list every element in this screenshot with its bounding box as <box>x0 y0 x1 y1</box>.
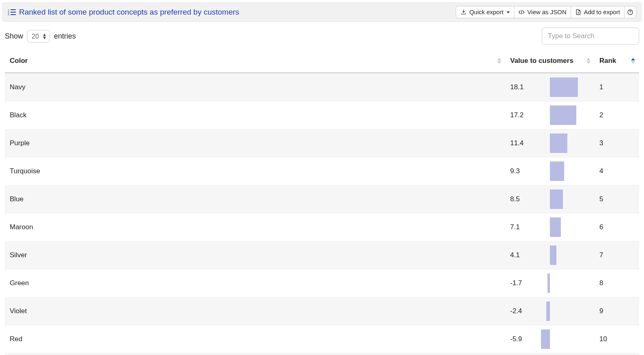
table-row: Maroon7.16 <box>5 213 639 241</box>
cell-rank: 9 <box>595 297 639 325</box>
value-bar <box>547 273 550 293</box>
cell-color: Navy <box>5 73 505 101</box>
value-bar <box>550 161 564 181</box>
cell-rank: 2 <box>595 101 639 129</box>
cell-color: Red <box>5 325 505 353</box>
cell-value-text: 18.1 <box>510 83 524 91</box>
cell-color: Black <box>5 101 505 129</box>
view-json-label: View as JSON <box>527 8 566 16</box>
column-header-rank[interactable]: Rank <box>595 49 639 73</box>
cell-rank: 1 <box>595 73 639 101</box>
cell-value-text: 4.1 <box>510 251 520 259</box>
cell-value-text: 7.1 <box>510 223 520 231</box>
cell-value-text: 11.4 <box>510 139 524 147</box>
quick-export-button[interactable]: Quick export <box>456 6 514 18</box>
page-title: Ranked list of some product concepts as … <box>19 8 239 17</box>
sort-icon <box>497 58 501 64</box>
cell-rank: 5 <box>595 185 639 213</box>
table-row: Black17.22 <box>5 101 639 129</box>
cell-rank: 7 <box>595 241 639 269</box>
ranked-list-icon: 1 2 3 <box>8 9 16 16</box>
table-row: Silver4.17 <box>5 241 639 269</box>
help-button[interactable] <box>624 6 636 18</box>
column-header-color-label: Color <box>10 57 28 65</box>
cell-color: Violet <box>5 297 505 325</box>
view-json-button[interactable]: View as JSON <box>514 6 571 18</box>
show-label-pre: Show <box>5 32 23 41</box>
table-row: Navy18.11 <box>5 73 639 101</box>
value-bar <box>550 77 578 97</box>
add-file-icon <box>575 9 582 15</box>
table-row: White-8.611 <box>5 353 639 355</box>
add-export-label: Add to export <box>584 8 620 16</box>
cell-value: 11.4 <box>505 129 595 157</box>
value-bar <box>546 301 550 321</box>
table-controls: Show 20 ▲▼ entries <box>0 22 644 48</box>
table-row: Purple11.43 <box>5 129 639 157</box>
data-table: Color Value to customers Rank Navy18.11B… <box>5 49 639 355</box>
cell-value: 7.1 <box>505 213 595 241</box>
cell-value-text: 17.2 <box>510 111 524 119</box>
cell-value: 17.2 <box>505 101 595 129</box>
cell-rank: 10 <box>595 325 639 353</box>
cell-value: -5.9 <box>505 325 595 353</box>
value-bar <box>550 189 563 209</box>
show-label-post: entries <box>54 32 76 41</box>
entries-select[interactable]: 20 <box>27 30 50 43</box>
quick-export-label: Quick export <box>469 8 503 16</box>
value-bar <box>550 105 576 125</box>
cell-color: Silver <box>5 241 505 269</box>
table-row: Violet-2.49 <box>5 297 639 325</box>
cell-rank: 4 <box>595 157 639 185</box>
value-bar <box>550 133 567 153</box>
cell-value-text: 9.3 <box>510 167 520 175</box>
cell-value: -1.7 <box>505 269 595 297</box>
header-bar: 1 2 3 Ranked list of some product concep… <box>2 2 642 22</box>
cell-color: Green <box>5 269 505 297</box>
table-row: Turquoise9.34 <box>5 157 639 185</box>
table-row: Red-5.910 <box>5 325 639 353</box>
cell-value: 4.1 <box>505 241 595 269</box>
cell-value-text: 8.5 <box>510 195 520 203</box>
svg-point-7 <box>630 13 630 14</box>
cell-color: Blue <box>5 185 505 213</box>
cell-color: Turquoise <box>5 157 505 185</box>
cell-color: Purple <box>5 129 505 157</box>
page-title-link[interactable]: 1 2 3 Ranked list of some product concep… <box>8 8 239 17</box>
cell-rank: 11 <box>595 353 639 355</box>
sort-icon <box>586 58 590 64</box>
value-bar <box>550 245 556 265</box>
column-header-color[interactable]: Color <box>5 49 505 73</box>
header-actions: Quick export View as JSON Add to export <box>456 6 636 18</box>
table-row: Green-1.78 <box>5 269 639 297</box>
cell-rank: 8 <box>595 269 639 297</box>
table-row: Blue8.55 <box>5 185 639 213</box>
svg-text:3: 3 <box>8 14 9 16</box>
cell-value: 8.5 <box>505 185 595 213</box>
cell-value-text: -1.7 <box>510 279 522 287</box>
sort-icon <box>631 58 635 64</box>
search-input[interactable] <box>542 28 639 45</box>
download-icon <box>460 9 467 15</box>
cell-color: Maroon <box>5 213 505 241</box>
cell-color: White <box>5 353 505 355</box>
add-export-button[interactable]: Add to export <box>571 6 625 18</box>
value-bar <box>550 217 561 237</box>
code-icon <box>518 9 525 15</box>
value-bar <box>541 329 550 349</box>
chevron-down-icon <box>507 11 510 13</box>
cell-rank: 3 <box>595 129 639 157</box>
cell-value: 9.3 <box>505 157 595 185</box>
cell-value-text: -5.9 <box>510 335 522 343</box>
column-header-value-label: Value to customers <box>510 57 573 65</box>
cell-rank: 6 <box>595 213 639 241</box>
column-header-value[interactable]: Value to customers <box>505 49 595 73</box>
help-icon <box>627 9 633 15</box>
cell-value: -8.6 <box>505 353 595 355</box>
cell-value: -2.4 <box>505 297 595 325</box>
cell-value: 18.1 <box>505 73 595 101</box>
cell-value-text: -2.4 <box>510 307 522 315</box>
column-header-rank-label: Rank <box>599 57 616 65</box>
